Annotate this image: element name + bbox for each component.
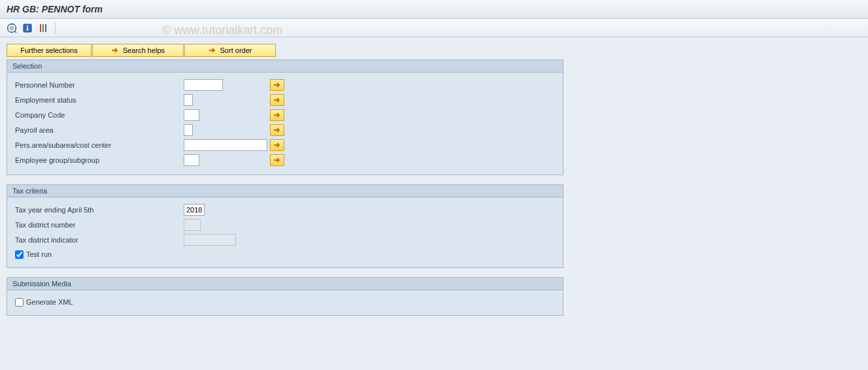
tax-district-indicator-input — [184, 234, 236, 246]
info-icon[interactable] — [22, 23, 33, 33]
generate-xml-checkbox[interactable] — [15, 298, 24, 307]
application-toolbar — [0, 19, 868, 37]
svg-rect-6 — [42, 24, 44, 32]
pers-area-range-button[interactable] — [270, 139, 284, 151]
search-helps-label: Search helps — [123, 46, 165, 54]
selection-panel: Selection Personnel Number Employment st… — [7, 59, 563, 175]
personnel-number-row: Personnel Number — [14, 78, 556, 92]
submission-media-panel-header: Submission Media — [7, 278, 563, 290]
company-code-label: Company Code — [14, 111, 184, 119]
pers-area-row: Pers.area/subarea/cost center — [14, 138, 556, 152]
test-run-label: Test run — [26, 250, 52, 258]
tax-year-row: Tax year ending April 5th — [14, 203, 556, 217]
submission-media-panel: Submission Media Generate XML — [7, 277, 563, 316]
svg-rect-3 — [27, 25, 28, 27]
search-helps-button[interactable]: Search helps — [92, 44, 184, 57]
employee-group-row: Employee group/subgroup — [14, 153, 556, 167]
generate-xml-row: Generate XML — [14, 295, 556, 309]
variant-icon[interactable] — [38, 23, 48, 33]
content-area: Further selections Search helps Sort ord… — [0, 37, 868, 370]
test-run-row: Test run — [14, 248, 556, 261]
arrow-right-icon — [111, 46, 119, 54]
personnel-number-input[interactable] — [184, 79, 223, 91]
svg-rect-4 — [27, 27, 28, 31]
page-title: HR GB: PENNOT form — [7, 4, 103, 14]
title-bar: HR GB: PENNOT form — [0, 0, 868, 19]
tax-district-indicator-row: Tax district indicator — [14, 233, 556, 247]
further-selections-button[interactable]: Further selections — [7, 44, 92, 57]
selection-panel-body: Personnel Number Employment status Compa… — [7, 73, 563, 175]
payroll-area-row: Payroll area — [14, 123, 556, 137]
tax-district-indicator-label: Tax district indicator — [14, 236, 184, 244]
tax-district-number-label: Tax district number — [14, 221, 184, 229]
company-code-input[interactable] — [184, 109, 199, 121]
employee-group-input[interactable] — [184, 154, 199, 166]
payroll-area-range-button[interactable] — [270, 124, 284, 136]
selection-buttons-row: Further selections Search helps Sort ord… — [7, 44, 861, 57]
submission-media-panel-body: Generate XML — [7, 290, 563, 315]
further-selections-label: Further selections — [20, 46, 77, 54]
toolbar-separator — [55, 22, 56, 34]
employment-status-range-button[interactable] — [270, 94, 284, 106]
test-run-checkbox[interactable] — [15, 250, 24, 259]
employee-group-label: Employee group/subgroup — [14, 156, 184, 164]
tax-year-label: Tax year ending April 5th — [14, 206, 184, 214]
tax-year-input[interactable] — [184, 204, 205, 216]
personnel-number-label: Personnel Number — [14, 81, 184, 89]
sort-order-label: Sort order — [220, 46, 252, 54]
selection-panel-header: Selection — [7, 60, 563, 73]
employment-status-input[interactable] — [184, 94, 193, 106]
company-code-row: Company Code — [14, 108, 556, 122]
arrow-right-icon — [209, 46, 216, 54]
payroll-area-input[interactable] — [184, 124, 193, 136]
tax-criteria-panel: Tax criteria Tax year ending April 5th T… — [7, 184, 563, 268]
pers-area-input[interactable] — [184, 139, 267, 151]
employment-status-label: Employment status — [14, 96, 184, 104]
tax-district-number-row: Tax district number — [14, 218, 556, 232]
svg-point-1 — [10, 26, 13, 29]
tax-criteria-panel-body: Tax year ending April 5th Tax district n… — [7, 197, 563, 267]
payroll-area-label: Payroll area — [14, 126, 184, 134]
employment-status-row: Employment status — [14, 93, 556, 107]
generate-xml-label: Generate XML — [26, 298, 73, 306]
pers-area-label: Pers.area/subarea/cost center — [14, 141, 184, 149]
tax-criteria-panel-header: Tax criteria — [7, 185, 563, 197]
personnel-number-range-button[interactable] — [270, 79, 284, 91]
employee-group-range-button[interactable] — [270, 154, 284, 166]
svg-rect-5 — [40, 24, 41, 32]
svg-rect-7 — [45, 24, 46, 32]
sort-order-button[interactable]: Sort order — [184, 44, 276, 57]
execute-icon[interactable] — [7, 23, 17, 33]
tax-district-number-input — [184, 219, 201, 231]
company-code-range-button[interactable] — [270, 109, 284, 121]
